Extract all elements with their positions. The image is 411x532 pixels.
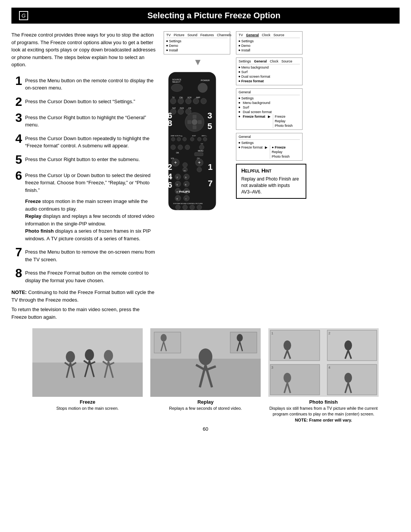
svg-text:2: 2 bbox=[177, 176, 178, 179]
svg-point-13 bbox=[193, 98, 199, 104]
menu-d4-header: General bbox=[239, 90, 300, 95]
menu-d3-header: Settings General Clock Source bbox=[239, 59, 300, 64]
menu-diagram-2: TV General Clock Source Settings Demo In… bbox=[236, 31, 303, 54]
step-2: 2 Press the Cursor Down button to select… bbox=[11, 96, 156, 108]
svg-text:6: 6 bbox=[185, 183, 186, 186]
menu-d1-row-install: Install bbox=[166, 48, 228, 53]
step-4: 4 Press the Cursor Down button repeatedl… bbox=[11, 133, 156, 150]
helpful-hint-title: Helpful Hint bbox=[241, 168, 301, 174]
svg-point-61 bbox=[197, 167, 202, 172]
step-8: 8 Press the Freeze Format button on the … bbox=[11, 267, 156, 284]
svg-point-38 bbox=[198, 137, 201, 141]
svg-text:8: 8 bbox=[177, 190, 178, 193]
menu-d5-header: General bbox=[239, 135, 300, 140]
replay-label: Replay bbox=[25, 213, 41, 219]
photo-finish-label: Photo finish bbox=[25, 228, 54, 234]
note-section: NOTE: Continuing to hold the Freeze Form… bbox=[11, 289, 156, 321]
svg-point-4 bbox=[171, 84, 183, 92]
svg-rect-120 bbox=[270, 330, 320, 361]
svg-point-82 bbox=[190, 205, 195, 210]
svg-text:+: + bbox=[198, 160, 201, 165]
svg-rect-24 bbox=[193, 125, 196, 129]
menu-d2-install: Install bbox=[239, 48, 300, 53]
svg-point-80 bbox=[175, 205, 180, 210]
svg-text:CC: CC bbox=[201, 143, 203, 145]
freeze-image-block: Freeze Stops motion on the main screen. bbox=[32, 328, 143, 423]
menu-d4-freeze-row: Freeze format▶ Freeze Replay Photo finis… bbox=[239, 114, 300, 128]
svg-point-122 bbox=[284, 340, 291, 350]
step-text-3: Press the Cursor Right button to highlig… bbox=[25, 112, 156, 129]
svg-point-81 bbox=[183, 205, 188, 210]
svg-point-83 bbox=[197, 205, 202, 210]
menu-d2-settings: Settings bbox=[239, 39, 300, 43]
step-7: 7 Press the Menu button to remove the on… bbox=[11, 246, 156, 263]
svg-point-27 bbox=[192, 119, 198, 125]
svg-point-41 bbox=[171, 145, 176, 150]
svg-point-89 bbox=[66, 351, 75, 363]
svg-point-137 bbox=[344, 373, 352, 383]
step-6: 6 Press the Cursor Up or Down button to … bbox=[11, 169, 156, 194]
step-number-8: 8 bbox=[11, 267, 22, 279]
step-text-7: Press the Menu button to remove the on-s… bbox=[25, 246, 156, 263]
svg-point-132 bbox=[284, 373, 291, 383]
svg-point-11 bbox=[178, 98, 184, 104]
svg-text:7: 7 bbox=[208, 179, 213, 188]
svg-point-43 bbox=[185, 145, 190, 150]
menu-d5-freeze-opt: ● Freeze bbox=[272, 145, 290, 150]
svg-rect-115 bbox=[154, 332, 181, 353]
step-5: 5 Press the Cursor Right button to enter… bbox=[11, 153, 156, 166]
step-text-1: Press the Menu button on the remote cont… bbox=[25, 75, 156, 92]
menu-d1-header: TV Picture Sound Features Channels bbox=[166, 33, 228, 38]
svg-point-66 bbox=[175, 181, 181, 187]
svg-text:2: 2 bbox=[167, 162, 172, 172]
svg-text:3: 3 bbox=[271, 366, 273, 369]
svg-text:INFO +: INFO + bbox=[202, 135, 207, 137]
svg-point-106 bbox=[199, 348, 212, 365]
svg-point-12 bbox=[186, 98, 191, 104]
menu-d5-settings: Settings bbox=[239, 141, 300, 145]
photo-finish-caption-text: Displays six still frames from a TV pict… bbox=[268, 406, 379, 423]
svg-text:SYSTEM SOUND CONTROL PICTURE: SYSTEM SOUND CONTROL PICTURE bbox=[173, 203, 203, 204]
step-text-2: Press the Cursor Down button to select “… bbox=[25, 96, 135, 105]
page-number: 60 bbox=[11, 426, 400, 432]
step-text-4: Press the Cursor Down button repeatedly … bbox=[25, 133, 156, 150]
svg-point-42 bbox=[178, 145, 183, 150]
menu-diagram-3: Settings General Clock Source Menu backg… bbox=[236, 58, 303, 85]
svg-text:DNR VCR Prog: DNR VCR Prog bbox=[171, 135, 183, 137]
svg-text:MENU: MENU bbox=[198, 150, 204, 152]
svg-text:4: 4 bbox=[167, 172, 172, 181]
step-1: 1 Press the Menu button on the remote co… bbox=[11, 75, 156, 92]
menu-d5-replay-opt: Replay bbox=[272, 150, 290, 154]
svg-point-116 bbox=[161, 334, 167, 342]
freeze-label: Freeze bbox=[25, 198, 41, 204]
menu-d3-menubg: Menu background bbox=[239, 65, 300, 70]
svg-point-19 bbox=[178, 109, 184, 115]
menu-d3-surf: Surf bbox=[239, 70, 300, 74]
menu-diagram-4: General Settings Menu background Surf Du… bbox=[236, 88, 303, 130]
menu-d4-submenu: Freeze Replay Photo finish bbox=[273, 114, 293, 128]
return-note: To return the television to the main vid… bbox=[11, 306, 156, 321]
step-number-4: 4 bbox=[11, 133, 22, 145]
top-area: TV Picture Sound Features Channels Setti… bbox=[164, 31, 400, 214]
svg-point-62 bbox=[175, 174, 181, 180]
svg-point-94 bbox=[85, 349, 94, 361]
step-number-1: 1 bbox=[11, 75, 22, 87]
replay-desc: displays and replays a few seconds of st… bbox=[25, 213, 155, 227]
photo-finish-image-block: 1 2 3 4 bbox=[268, 328, 379, 423]
freeze-image bbox=[32, 328, 143, 397]
replay-image-block: Replay Replays a few seconds of stored v… bbox=[150, 328, 261, 423]
menu-d1-row-settings: Settings bbox=[166, 39, 228, 43]
page-header: G Selecting a Picture Freeze Option bbox=[11, 8, 400, 24]
svg-point-64 bbox=[184, 174, 190, 180]
menu-d4-freeze: Freeze format▶ bbox=[239, 114, 271, 119]
svg-rect-25 bbox=[188, 120, 191, 124]
svg-text:PHILIPS: PHILIPS bbox=[179, 190, 190, 193]
menu-d4-photo-opt: Photo finish bbox=[275, 123, 293, 128]
steps-list: 1 Press the Menu button on the remote co… bbox=[11, 75, 156, 194]
svg-point-35 bbox=[177, 137, 181, 141]
svg-text:SELECT: SELECT bbox=[172, 81, 181, 83]
svg-text:3: 3 bbox=[207, 111, 212, 120]
svg-point-39 bbox=[203, 137, 207, 141]
bold-descriptions: Freeze stops motion in the main screen i… bbox=[25, 198, 156, 242]
svg-text:SOURCE: SOURCE bbox=[172, 78, 182, 81]
